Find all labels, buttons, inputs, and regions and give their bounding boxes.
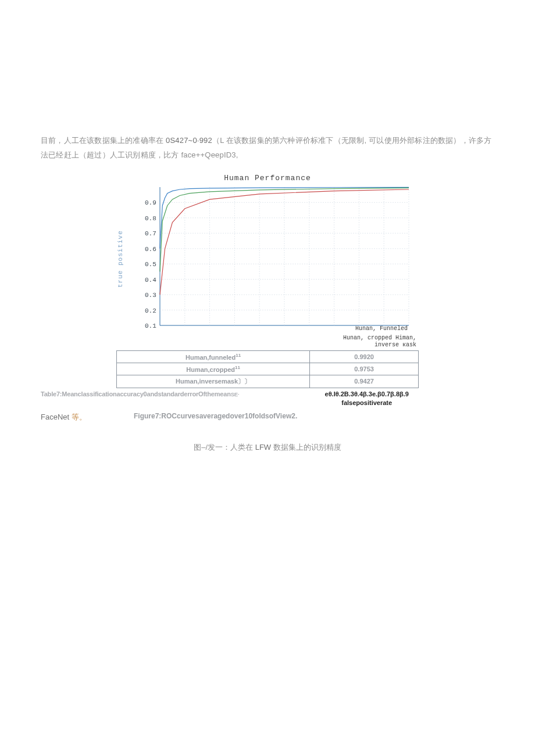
plot-frame: true positive [116, 184, 419, 335]
legend: Hunan, Funneled [355, 325, 408, 332]
fig-cn-a: 图–/发一：人类在 [194, 443, 255, 452]
deng-text: 等。 [72, 413, 87, 421]
fig-cn-b: LFW [255, 443, 271, 452]
xaxis-extra: eθ.Iθ.2B.3θ.4β.3e.β0.7β.8β.9 [239, 390, 494, 399]
para-text-a: 目前，人工在该数据集上的准确率在 [41, 136, 166, 145]
follow-left: FaceNet 等。 [41, 412, 128, 422]
table-cell-value: 0.9753 [310, 363, 419, 375]
row-1-sup: 11 [235, 365, 240, 370]
legend-line-3: inverse кask [116, 342, 416, 349]
table-caption-b: SE· [231, 391, 240, 397]
chart-title: Human Performance [116, 174, 419, 182]
row-1-label: Human,cropped [186, 366, 235, 373]
table-cell-value: 0.9427 [310, 375, 419, 388]
table-row: Human,cropped11 0.9753 [117, 363, 419, 375]
legend-line-1: Hunan, Funneled [355, 325, 408, 332]
table-cell-value: 0.9920 [310, 351, 419, 363]
figure-caption-en: Figure7:ROCcurvesaveragedover10foIdsofVi… [128, 412, 494, 420]
chart-row: Human Performance true positive [41, 174, 494, 388]
y-grid [160, 203, 409, 310]
para-numeric-range: 0S427~0·992 [166, 136, 212, 145]
table-caption: Table7:Meanclassificationaccuracy0andsta… [41, 390, 239, 397]
ytick-5: 0.6 [145, 246, 156, 253]
figure-caption-cn: 图–/发一：人类在 LFW 数据集上的识别精度 [41, 442, 494, 453]
ytick-7: 0.8 [145, 215, 156, 222]
x-grid [185, 187, 409, 325]
table-caption-a: Table7:Meanclassificationaccuracy0andsta… [41, 390, 231, 397]
facenet-text: FaceNet [41, 413, 72, 421]
caption-row: Table7:Meanclassificationaccuracy0andsta… [41, 390, 494, 407]
roc-plot: 0.1 0.2 0.3 0.4 0.5 0.6 0.7 0.8 0.9 [124, 184, 419, 335]
ytick-4: 0.5 [145, 261, 156, 268]
caption-center: eθ.Iθ.2B.3θ.4β.3e.β0.7β.8β.9 falsepositi… [239, 390, 494, 407]
table-row: Human,funneled11 0.9920 [117, 351, 419, 363]
fig-cn-c: 数据集上的识别精度 [271, 443, 341, 452]
chart-area: Human Performance true positive [116, 174, 419, 388]
svg-holder: 0.1 0.2 0.3 0.4 0.5 0.6 0.7 0.8 0.9 [124, 184, 419, 335]
row-0-label: Human,funneled [186, 354, 236, 361]
ytick-3: 0.4 [145, 277, 156, 284]
y-tick-labels: 0.1 0.2 0.3 0.4 0.5 0.6 0.7 0.8 0.9 [145, 200, 156, 330]
ytick-0: 0.1 [145, 323, 156, 329]
table-row: Human,inversemask〕〕 0.9427 [117, 375, 419, 388]
page-content: 目前，人工在该数据集上的准确率在 0S427~0·992（L 在该数据集的第六种… [41, 134, 494, 453]
row-0-sup: 11 [236, 353, 241, 358]
follow-row: FaceNet 等。 Figure7:ROCcurvesaveragedover… [41, 412, 494, 422]
y-axis-label: true positive [116, 184, 124, 335]
intro-paragraph: 目前，人工在该数据集上的准确率在 0S427~0·992（L 在该数据集的第六种… [41, 134, 494, 162]
row-2-label: Human,inversemask〕〕 [176, 378, 251, 385]
table-cell-label: Human,funneled11 [117, 351, 310, 363]
legend-below: Hunan, cropped Himan, inverse кask [116, 335, 419, 348]
table-cell-label: Human,cropped11 [117, 363, 310, 375]
legend-line-2: Hunan, cropped Himan, [116, 335, 416, 342]
ytick-1: 0.2 [145, 307, 156, 314]
accuracy-table: Human,funneled11 0.9920 Human,cropped11 … [116, 350, 419, 388]
xaxis-label: falsepositiverate [239, 399, 494, 406]
ytick-6: 0.7 [145, 231, 156, 238]
ytick-8: 0.9 [145, 200, 156, 207]
ytick-2: 0.3 [145, 292, 156, 299]
table-cell-label: Human,inversemask〕〕 [117, 375, 310, 388]
